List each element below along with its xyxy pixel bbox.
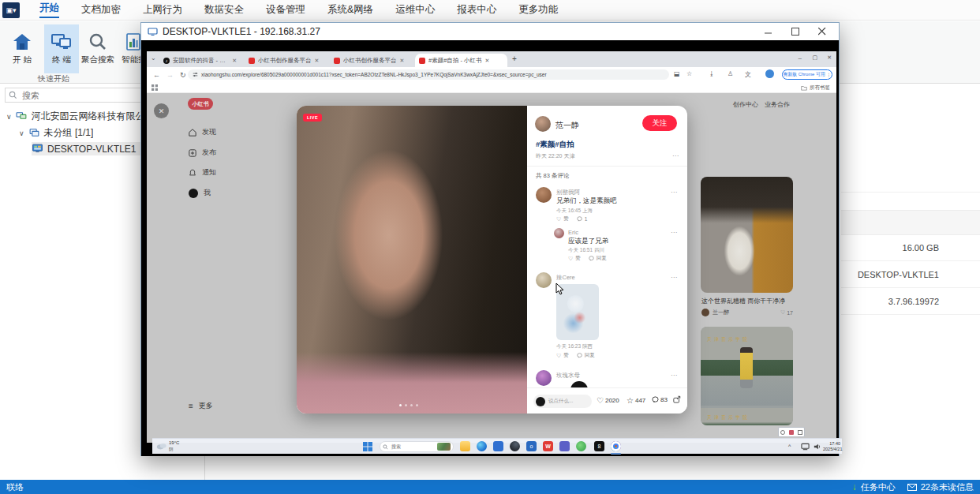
new-tab-button[interactable]: +: [512, 54, 517, 63]
comment-author[interactable]: 别整我阿: [556, 189, 580, 196]
weather-cloud-icon[interactable]: [156, 442, 167, 450]
comment-actions[interactable]: ♡赞 1: [556, 215, 587, 223]
post-title[interactable]: #素颜#自拍: [536, 140, 574, 150]
avatar-account-icon[interactable]: [765, 69, 774, 78]
browser-dark-icon[interactable]: [510, 441, 520, 451]
side-card-campus-image[interactable]: 天津音乐学院 天津音乐学院: [701, 327, 793, 425]
reload-icon[interactable]: ↻: [180, 71, 186, 79]
side-card-dog-image[interactable]: [701, 177, 793, 293]
sidebar-search-box[interactable]: [5, 88, 153, 103]
comment-more-icon[interactable]: ⋯: [671, 274, 678, 281]
share-icon[interactable]: [673, 395, 681, 403]
like-count[interactable]: ♡17: [780, 309, 793, 316]
tab-search-caret-icon[interactable]: ⌄: [151, 54, 156, 62]
menu-item-ops-center[interactable]: 运维中心: [395, 3, 435, 17]
commenter-avatar[interactable]: [536, 370, 552, 386]
bookmark-star-icon[interactable]: ☆: [686, 70, 692, 77]
nav-notifications[interactable]: 通知: [189, 167, 216, 178]
sidebar-search-input[interactable]: [21, 90, 139, 101]
comment-bubble-icon[interactable]: [577, 216, 582, 222]
taskbar-temperature[interactable]: 19°C: [169, 440, 179, 445]
menu-item-more[interactable]: 更多功能: [518, 3, 558, 17]
like-button[interactable]: ♡2020: [597, 396, 619, 405]
more-options-icon[interactable]: ⋯: [672, 152, 679, 159]
apps-grid-icon[interactable]: [151, 84, 158, 91]
download-icon[interactable]: ⭳: [709, 70, 715, 77]
comment-bubble-icon[interactable]: [589, 256, 594, 261]
nav-more[interactable]: ≡ 更多: [189, 401, 213, 411]
viewer-tool-icon[interactable]: [780, 430, 785, 435]
post-photo[interactable]: [297, 106, 527, 414]
comment-actions[interactable]: ♡赞 回复: [556, 352, 595, 359]
outlook-icon[interactable]: o: [526, 441, 537, 451]
store-icon[interactable]: [493, 441, 503, 451]
reply-author[interactable]: Eric: [568, 229, 578, 236]
edge-icon[interactable]: [477, 441, 487, 451]
nav-publish[interactable]: 发布: [189, 148, 216, 158]
tray-speaker-icon[interactable]: [814, 443, 821, 451]
profile-icon[interactable]: ♙: [728, 70, 733, 77]
tray-clock[interactable]: 17:40 2025/4/21: [823, 441, 840, 451]
modal-close-button[interactable]: ✕: [154, 103, 169, 118]
nav-me[interactable]: 我: [189, 188, 211, 198]
address-bar[interactable]: xiaohongshu.com/explore/6805029a00000000…: [188, 69, 669, 80]
comment-input[interactable]: 说点什么...: [533, 395, 592, 408]
comment-bubble-icon[interactable]: [577, 353, 582, 358]
menu-item-report-center[interactable]: 报表中心: [457, 3, 496, 17]
ribbon-aggregate-search-button[interactable]: 聚合搜索: [80, 24, 115, 73]
send-to-device-icon[interactable]: ⬓: [674, 70, 680, 77]
menu-item-home[interactable]: 开始: [39, 2, 59, 18]
chrome-minimize-button[interactable]: –: [799, 54, 802, 62]
like-heart-icon[interactable]: ♡: [556, 353, 561, 359]
tray-expand-icon[interactable]: ^: [788, 443, 791, 449]
all-bookmarks-button[interactable]: 所有书签: [801, 84, 830, 92]
browser-tab-xhs-creator-1[interactable]: 小红书创作服务平台✕: [245, 54, 326, 67]
viewer-tool-icon[interactable]: [798, 430, 802, 435]
back-icon[interactable]: ←: [153, 71, 160, 79]
unread-messages-link[interactable]: 22条未读信息: [921, 481, 974, 493]
menu-item-web-behavior[interactable]: 上网行为: [143, 3, 182, 17]
taskbar-search-box[interactable]: 搜索: [380, 441, 454, 452]
collect-button[interactable]: ☆447: [627, 396, 645, 405]
xhs-logo[interactable]: 小红书: [188, 98, 213, 110]
commenter-avatar[interactable]: [536, 272, 552, 288]
author-avatar[interactable]: [701, 309, 709, 316]
kebab-menu-icon[interactable]: ⋮: [827, 73, 832, 77]
author-name[interactable]: 兰一醉: [713, 309, 729, 316]
tab-close-icon[interactable]: ✕: [232, 58, 237, 64]
viewer-titlebar[interactable]: DESKTOP-VLKTLE1 - 192.168.31.27: [141, 23, 839, 40]
chrome-update-pill[interactable]: 有新版 Chrome 可用⋮: [782, 69, 832, 80]
menu-item-doc-encrypt[interactable]: 文档加密: [81, 3, 121, 17]
business-link[interactable]: 业务合作: [765, 100, 790, 109]
browser-tab-douyin[interactable]: ♪ 安固软件的抖音 - 抖音✕: [159, 54, 241, 67]
like-heart-icon[interactable]: ♡: [556, 216, 561, 223]
viewer-minimize-button[interactable]: [755, 23, 782, 40]
viewer-tool-icon[interactable]: [789, 430, 794, 435]
tab-close-icon[interactable]: ✕: [315, 58, 320, 64]
side-card-caption[interactable]: 这个世界乱糟糟 而你干干净净: [701, 297, 793, 305]
comment-author[interactable]: 辣Cere: [556, 274, 575, 282]
tree-node-ungrouped[interactable]: ∨ 未分组 [1/1]: [19, 126, 93, 140]
comment-more-icon[interactable]: ⋯: [671, 229, 678, 236]
comment-button[interactable]: 83: [652, 396, 668, 403]
chrome-maximize-button[interactable]: ▢: [812, 54, 817, 61]
menu-item-system-network[interactable]: 系统&网络: [327, 3, 373, 17]
chrome-close-button[interactable]: ✕: [827, 54, 832, 61]
file-explorer-icon[interactable]: [460, 441, 470, 451]
comment-more-icon[interactable]: ⋯: [671, 189, 678, 196]
viewer-floating-toolbar[interactable]: [778, 427, 805, 437]
browser-tab-xhs-creator-2[interactable]: 小红书创作服务平台✕: [330, 54, 411, 67]
nav-discover[interactable]: 发现: [189, 127, 216, 137]
post-author-name[interactable]: 范一静: [555, 120, 579, 131]
wps-icon[interactable]: W: [543, 441, 553, 451]
menu-item-data-security[interactable]: 数据安全: [204, 3, 244, 17]
capcut-icon[interactable]: 8: [594, 441, 604, 451]
task-center-link[interactable]: 任务中心: [861, 481, 896, 493]
creator-center-link[interactable]: 创作中心: [733, 100, 758, 109]
viewer-close-button[interactable]: [809, 23, 836, 40]
tab-close-icon[interactable]: ✕: [485, 58, 490, 64]
forward-icon[interactable]: →: [166, 71, 174, 79]
start-button-icon[interactable]: [363, 442, 372, 451]
taskbar-weather[interactable]: 阴: [169, 447, 174, 452]
like-heart-icon[interactable]: ♡: [568, 256, 573, 262]
